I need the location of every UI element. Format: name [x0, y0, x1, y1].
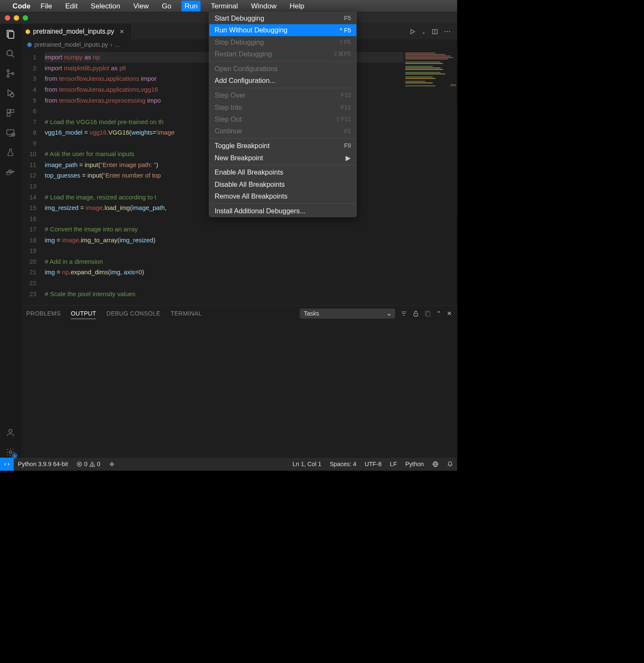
- breadcrumb-more[interactable]: ...: [115, 41, 120, 48]
- svg-line-3: [12, 55, 14, 58]
- run-menu-item-new-breakpoint[interactable]: New Breakpoint▶: [209, 152, 356, 164]
- cursor-position[interactable]: Ln 1, Col 1: [288, 461, 326, 467]
- minimize-window-button[interactable]: [14, 15, 19, 21]
- svg-point-6: [12, 72, 14, 74]
- run-menu-item-add-configuration[interactable]: Add Configuration...: [209, 75, 356, 87]
- run-menu-item-step-into: Step IntoF11: [209, 101, 356, 113]
- run-menu-item-toggle-breakpoint[interactable]: Toggle BreakpointF9: [209, 140, 356, 151]
- unlock-icon[interactable]: [412, 310, 419, 317]
- menubar-item-file[interactable]: File: [37, 0, 55, 11]
- docker-icon[interactable]: [5, 167, 16, 178]
- live-share-icon[interactable]: [105, 461, 119, 468]
- problems-status[interactable]: 0 0: [72, 461, 105, 467]
- panel-tab-problems[interactable]: PROBLEMS: [26, 308, 61, 319]
- settings-gear-icon[interactable]: [5, 447, 16, 458]
- explorer-icon[interactable]: [5, 29, 16, 40]
- traffic-lights: [0, 15, 28, 21]
- menubar-item-help[interactable]: Help: [287, 0, 307, 11]
- svg-point-5: [7, 75, 9, 77]
- editor-actions: ⌄ ⋯: [409, 28, 457, 35]
- maximize-window-button[interactable]: [23, 15, 28, 21]
- svg-rect-33: [426, 312, 430, 316]
- panel-tab-debug-console[interactable]: DEBUG CONSOLE: [106, 308, 160, 319]
- notifications-icon[interactable]: [443, 461, 457, 467]
- output-channel-select[interactable]: Tasks: [300, 308, 395, 318]
- svg-rect-1: [8, 32, 14, 38]
- run-file-icon[interactable]: [409, 28, 416, 35]
- testing-icon[interactable]: [5, 147, 16, 158]
- run-menu-item-restart-debugging: Restart Debugging⇧⌘F5: [209, 48, 356, 60]
- svg-rect-22: [10, 170, 11, 171]
- run-menu-item-run-without-debugging[interactable]: Run Without Debugging^ F5: [209, 24, 356, 36]
- svg-point-38: [92, 465, 92, 466]
- minimap-overflow-text: ons: [450, 83, 456, 87]
- extensions-icon[interactable]: [5, 108, 16, 119]
- chevron-right-icon: ›: [111, 41, 113, 48]
- macos-menubar: Code FileEditSelectionViewGoRunTerminalW…: [0, 0, 457, 12]
- language-mode[interactable]: Python: [401, 461, 428, 467]
- panel-tab-output[interactable]: OUTPUT: [71, 308, 96, 319]
- indentation[interactable]: Spaces: 4: [325, 461, 360, 467]
- svg-rect-12: [7, 113, 10, 116]
- run-menu-item-step-over: Step OverF10: [209, 89, 356, 101]
- run-menu-item-start-debugging[interactable]: Start DebuggingF5: [209, 12, 356, 24]
- run-menu-dropdown: Start DebuggingF5Run Without Debugging^ …: [209, 12, 356, 217]
- menubar-item-view[interactable]: View: [130, 0, 152, 11]
- status-bar: Python 3.9.9 64-bit 0 0 Ln 1, Col 1 Spac…: [0, 458, 457, 471]
- close-panel-icon[interactable]: ✕: [447, 310, 452, 317]
- maximize-panel-icon[interactable]: ⌃: [436, 310, 441, 317]
- split-editor-icon[interactable]: [432, 28, 438, 35]
- remote-indicator[interactable]: [0, 458, 14, 471]
- python-file-icon: ⬢: [27, 41, 32, 48]
- menubar-item-edit[interactable]: Edit: [62, 0, 81, 11]
- chevron-down-icon[interactable]: ⌄: [422, 29, 425, 34]
- run-menu-item-continue: ContinueF5: [209, 125, 356, 137]
- svg-point-2: [7, 50, 12, 56]
- activity-bar: [0, 24, 21, 458]
- svg-rect-10: [7, 109, 10, 112]
- app-name[interactable]: Code: [13, 2, 31, 10]
- svg-point-24: [9, 451, 12, 453]
- output-body[interactable]: [21, 322, 457, 458]
- python-file-icon: ⬢: [25, 28, 30, 35]
- run-menu-item-open-configurations: Open Configurations: [209, 63, 356, 74]
- menubar-item-selection[interactable]: Selection: [88, 0, 123, 11]
- menubar-item-terminal[interactable]: Terminal: [208, 0, 241, 11]
- filter-icon[interactable]: [401, 310, 407, 317]
- minimap[interactable]: ons: [404, 50, 457, 95]
- feedback-icon[interactable]: [428, 461, 443, 468]
- svg-marker-25: [411, 29, 414, 34]
- bottom-panel: PROBLEMS OUTPUT DEBUG CONSOLE TERMINAL T…: [21, 305, 457, 458]
- run-menu-item-stop-debugging: Stop Debugging⇧F5: [209, 36, 356, 48]
- close-window-button[interactable]: [5, 15, 10, 21]
- clear-output-icon[interactable]: [425, 310, 431, 317]
- svg-rect-21: [8, 170, 10, 171]
- svg-point-4: [7, 70, 9, 72]
- run-menu-item-remove-all-breakpoints[interactable]: Remove All Breakpoints: [209, 190, 356, 202]
- run-menu-item-enable-all-breakpoints[interactable]: Enable All Breakpoints: [209, 166, 356, 178]
- svg-point-39: [111, 463, 113, 465]
- close-tab-icon[interactable]: ✕: [119, 28, 124, 35]
- search-icon[interactable]: [5, 48, 16, 59]
- run-menu-item-step-out: Step Out⇧F11: [209, 113, 356, 125]
- run-debug-icon[interactable]: [5, 88, 16, 99]
- menubar-item-window[interactable]: Window: [248, 0, 280, 11]
- encoding[interactable]: UTF-8: [360, 461, 385, 467]
- menubar-item-go[interactable]: Go: [159, 0, 174, 11]
- python-interpreter[interactable]: Python 3.9.9 64-bit: [14, 461, 72, 467]
- svg-point-23: [9, 430, 12, 433]
- panel-tab-terminal[interactable]: TERMINAL: [171, 308, 202, 319]
- panel-tabs: PROBLEMS OUTPUT DEBUG CONSOLE TERMINAL T…: [21, 305, 457, 321]
- run-menu-item-install-additional-debuggers[interactable]: Install Additional Debuggers...: [209, 205, 356, 217]
- line-numbers: 1234567891011121314151617181920212223: [21, 50, 42, 305]
- source-control-icon[interactable]: [5, 68, 16, 79]
- remote-explorer-icon[interactable]: [5, 127, 16, 138]
- menubar-item-run[interactable]: Run: [182, 0, 201, 11]
- editor-tab[interactable]: ⬢ pretrained_model_inputs.py ✕: [21, 24, 130, 40]
- eol[interactable]: LF: [386, 461, 401, 467]
- run-menu-item-disable-all-breakpoints[interactable]: Disable All Breakpoints: [209, 178, 356, 190]
- accounts-icon[interactable]: [5, 427, 16, 438]
- svg-rect-31: [414, 313, 417, 316]
- breadcrumb-file[interactable]: pretrained_model_inputs.py: [34, 41, 108, 48]
- more-actions-icon[interactable]: ⋯: [444, 28, 451, 35]
